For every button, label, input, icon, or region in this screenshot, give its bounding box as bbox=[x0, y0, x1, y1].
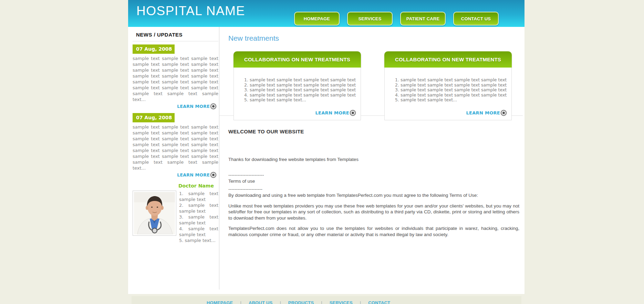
dash-separator: ----------------------- bbox=[228, 172, 519, 178]
terms-of-use-title: Terms of use bbox=[228, 178, 519, 184]
doctor-list-item: 4. sample text sample text bbox=[179, 226, 218, 237]
footer-link-about-us[interactable]: ABOUT US bbox=[249, 300, 273, 304]
doctor-photo bbox=[133, 191, 176, 236]
doctor-photo-illustration bbox=[134, 192, 175, 234]
footer-separator: | bbox=[240, 300, 241, 304]
nav-tab-label: PATIENT CARE bbox=[406, 16, 440, 21]
card-list-item: 3. sample text sample text sample text s… bbox=[395, 88, 507, 93]
nav-tab-label: SERVICES bbox=[358, 16, 381, 21]
site-title: HOSPITAL NAME bbox=[136, 4, 245, 18]
nav-tab-label: HOMEPAGE bbox=[304, 16, 330, 21]
paragraph-agree: By downloading and using a free web temp… bbox=[228, 192, 519, 199]
target-circle-icon bbox=[352, 112, 354, 114]
doctor-list-item: 2. sample text sample text bbox=[179, 202, 218, 214]
target-circle-icon bbox=[502, 112, 505, 114]
card-list-item: 1. sample text sample text sample text s… bbox=[244, 78, 356, 83]
card-body: 1. sample text sample text sample text s… bbox=[384, 68, 512, 120]
news-item: 07 Aug, 2008 sample text sample text sam… bbox=[133, 113, 218, 178]
treatment-card: COLLABORATING ON NEW TREATMENTS 1. sampl… bbox=[233, 51, 361, 120]
card-title: COLLABORATING ON NEW TREATMENTS bbox=[233, 51, 361, 68]
footer-link-services[interactable]: SERVICES bbox=[330, 300, 353, 304]
learn-more-label: LEARN MORE bbox=[315, 110, 349, 115]
page-title: New treatments bbox=[228, 34, 519, 42]
main-content: New treatments COLLABORATING ON NEW TREA… bbox=[228, 27, 519, 237]
card-body: 1. sample text sample text sample text s… bbox=[233, 68, 361, 120]
learn-more-link[interactable]: LEARN MORE bbox=[315, 110, 356, 115]
footer-link-products[interactable]: PRODUCTS bbox=[288, 300, 314, 304]
card-list-item: 5. sample text sample text... bbox=[244, 98, 356, 103]
dash-separator: ---------------------- bbox=[228, 186, 519, 192]
vertical-divider bbox=[219, 27, 219, 290]
sidebar-heading: NEWS / UPDATES bbox=[136, 32, 218, 38]
doctor-list-item: 3. sample text sample text bbox=[179, 214, 218, 226]
header: HOSPITAL NAME HOMEPAGE SERVICES PATIENT … bbox=[128, 0, 524, 27]
main-nav: HOMEPAGE SERVICES PATIENT CARE CONTACT U… bbox=[294, 12, 499, 26]
treatment-card: COLLABORATING ON NEW TREATMENTS 1. sampl… bbox=[384, 51, 512, 120]
terms-text-block: Thanks for downloading free website temp… bbox=[228, 156, 519, 237]
card-list: 1. sample text sample text sample text s… bbox=[244, 78, 356, 103]
learn-more-link[interactable]: LEARN MORE bbox=[466, 110, 507, 115]
paragraph-unlike: Unlike most free web templates providers… bbox=[228, 203, 519, 221]
doctor-name: Doctor Name bbox=[178, 183, 218, 189]
nav-tab-label: CONTACT US bbox=[461, 16, 491, 21]
paragraph-warez: TemplatesPerfect.com does not allow you … bbox=[228, 225, 519, 237]
doctor-list: 1. sample text sample text 2. sample tex… bbox=[179, 191, 218, 243]
card-list-item: 3. sample text sample text sample text s… bbox=[244, 88, 356, 93]
footer-separator: | bbox=[280, 300, 281, 304]
card-list-item: 2. sample text sample text sample text s… bbox=[244, 83, 356, 88]
doctor-list-item: 1. sample text sample text bbox=[179, 191, 218, 202]
learn-more-link[interactable]: LEARN MORE bbox=[133, 104, 216, 109]
doctor-section: 1. sample text sample text 2. sample tex… bbox=[133, 191, 218, 243]
news-date-badge: 07 Aug, 2008 bbox=[133, 113, 175, 122]
nav-tab-contact-us[interactable]: CONTACT US bbox=[453, 12, 499, 26]
card-list-item: 4. sample text sample text sample text s… bbox=[244, 93, 356, 98]
footer-link-homepage[interactable]: HOMEPAGE bbox=[207, 300, 233, 304]
card-list: 1. sample text sample text sample text s… bbox=[395, 78, 507, 103]
nav-tab-homepage[interactable]: HOMEPAGE bbox=[294, 12, 340, 26]
learn-more-label: LEARN MORE bbox=[466, 110, 500, 115]
news-sidebar: NEWS / UPDATES 07 Aug, 2008 sample text … bbox=[133, 27, 218, 243]
card-list-item: 4. sample text sample text sample text s… bbox=[395, 93, 507, 98]
footer-link-contact[interactable]: CONTACT bbox=[368, 300, 390, 304]
nav-tab-patient-care[interactable]: PATIENT CARE bbox=[400, 12, 446, 26]
welcome-heading: WELCOME TO OUR WEBSITE bbox=[228, 129, 519, 134]
doctor-list-item: 5. sample text... bbox=[179, 237, 218, 243]
treatment-cards: COLLABORATING ON NEW TREATMENTS 1. sampl… bbox=[233, 51, 519, 120]
target-circle-icon bbox=[212, 105, 215, 108]
learn-more-label: LEARN MORE bbox=[177, 172, 210, 178]
card-title: COLLABORATING ON NEW TREATMENTS bbox=[384, 51, 512, 68]
card-list-item: 2. sample text sample text sample text s… bbox=[395, 83, 507, 88]
news-item: 07 Aug, 2008 sample text sample text sam… bbox=[133, 44, 218, 109]
learn-more-link[interactable]: LEARN MORE bbox=[133, 172, 216, 178]
news-text: sample text sample text sample text samp… bbox=[133, 55, 218, 102]
card-list-item: 5. sample text sample text... bbox=[395, 98, 507, 103]
nav-tab-services[interactable]: SERVICES bbox=[347, 12, 393, 26]
card-list-item: 1. sample text sample text sample text s… bbox=[395, 78, 507, 83]
sidebar-divider bbox=[133, 41, 218, 41]
paragraph-thanks: Thanks for downloading free website temp… bbox=[228, 156, 519, 163]
footer: HOMEPAGE | ABOUT US | PRODUCTS | SERVICE… bbox=[132, 296, 521, 304]
footer-separator: | bbox=[321, 300, 322, 304]
footer-links: HOMEPAGE | ABOUT US | PRODUCTS | SERVICE… bbox=[207, 300, 390, 304]
page-container: HOSPITAL NAME HOMEPAGE SERVICES PATIENT … bbox=[128, 0, 524, 294]
news-date-badge: 07 Aug, 2008 bbox=[133, 44, 175, 54]
news-text: sample text sample text sample text samp… bbox=[133, 124, 218, 171]
target-circle-icon bbox=[212, 174, 215, 176]
learn-more-label: LEARN MORE bbox=[177, 104, 210, 109]
footer-separator: | bbox=[360, 300, 361, 304]
